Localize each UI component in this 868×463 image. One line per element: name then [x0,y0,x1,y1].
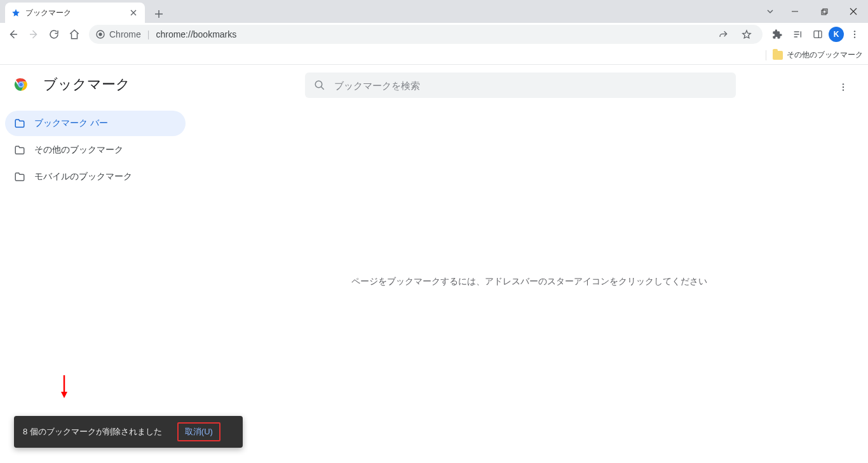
sidebar: ブックマーク バー その他のブックマーク モバイルのブックマーク [0,108,191,463]
share-icon[interactable] [714,25,733,44]
omnibox-url: chrome://bookmarks [156,29,236,39]
window-maximize-button[interactable] [810,0,839,23]
svg-rect-4 [814,31,822,38]
folder-icon [14,118,25,129]
bookmark-star-icon[interactable] [737,25,756,44]
nav-forward-button[interactable] [24,25,43,44]
svg-point-3 [98,32,102,36]
folder-icon [14,171,25,183]
tab-search-button[interactable] [760,0,780,23]
nav-back-button[interactable] [4,25,23,44]
empty-state-hint: ページをブックマークするには、アドレスバーのスターアイコンをクリックしてください [191,276,868,287]
bookmarks-bar: その他のブックマーク [0,46,868,65]
undo-toast: 8 個のブックマークが削除されました 取消(U) [14,416,243,448]
browser-titlebar: ブックマーク [0,0,868,23]
svg-point-5 [854,31,855,32]
browser-menu-icon[interactable] [845,25,864,44]
home-button[interactable] [65,25,84,44]
profile-avatar[interactable]: K [829,27,844,42]
window-minimize-button[interactable] [780,0,810,23]
svg-point-6 [854,34,855,35]
site-identity-icon [95,29,105,39]
page-title: ブックマーク [43,75,130,94]
undo-button[interactable]: 取消(U) [177,422,220,441]
sidebar-item-bookmark-bar[interactable]: ブックマーク バー [5,111,186,136]
omnibox-origin: Chrome [109,29,141,39]
sidebar-item-mobile-bookmarks[interactable]: モバイルのブックマーク [5,164,186,190]
extensions-icon[interactable] [768,25,787,44]
svg-rect-0 [822,10,826,15]
browser-tab[interactable]: ブックマーク [5,3,145,23]
content-area: ページをブックマークするには、アドレスバーのスターアイコンをクリックしてください [191,65,868,463]
sidebar-item-label: その他のブックマーク [34,144,123,156]
sidebar-item-label: モバイルのブックマーク [34,171,132,183]
browser-toolbar: Chrome | chrome://bookmarks K [0,23,868,46]
bookmarks-page: ブックマーク ブックマーク バー その他のブックマーク モバイルのブックマーク [0,65,868,463]
toast-message: 8 個のブックマークが削除されました [23,426,162,438]
omnibox[interactable]: Chrome | chrome://bookmarks [89,25,763,44]
star-icon [11,8,25,17]
side-panel-icon[interactable] [808,25,827,44]
close-icon[interactable] [128,8,139,18]
reload-button[interactable] [44,25,64,44]
other-bookmarks-chip[interactable]: その他のブックマーク [773,50,863,60]
reading-list-icon[interactable] [788,25,807,44]
svg-point-7 [854,36,855,38]
folder-icon [773,51,783,60]
sidebar-item-other-bookmarks[interactable]: その他のブックマーク [5,137,186,163]
new-tab-button[interactable] [150,5,168,23]
folder-icon [14,144,25,156]
window-close-button[interactable] [839,0,868,23]
svg-point-10 [19,83,23,86]
sidebar-item-label: ブックマーク バー [34,118,108,129]
window-controls [760,0,868,23]
chrome-logo-icon [13,76,29,93]
svg-rect-1 [823,9,827,13]
tab-title: ブックマーク [25,8,71,18]
